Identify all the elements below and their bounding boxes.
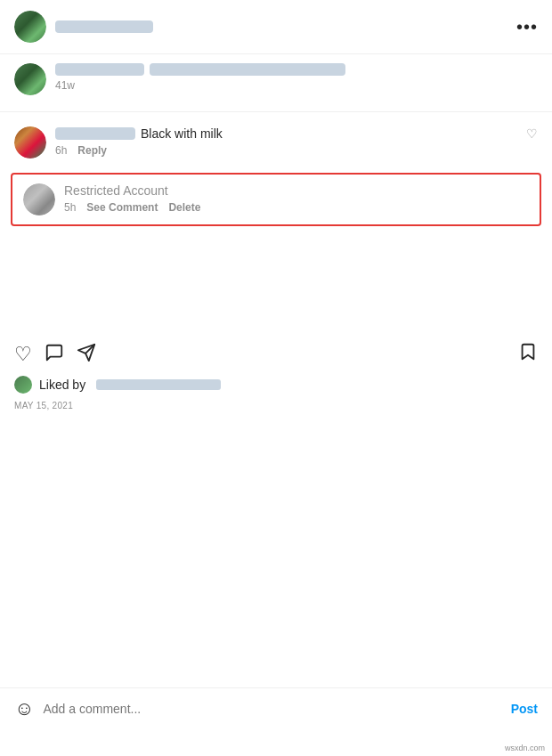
comment-content-2: Black with milk 6h Reply [55,126,526,157]
comment-meta-2: 6h Reply [55,144,526,157]
restricted-time: 5h [64,201,76,214]
comment-heart-icon-2[interactable]: ♡ [526,126,538,141]
restricted-content: Restricted Account 5h See Comment Delete [64,183,200,214]
comment-text-2: Black with milk [141,126,223,141]
comment-content-1: 41w [55,63,538,92]
see-comment-button[interactable]: See Comment [86,201,158,214]
comment-text-blurred-1 [150,63,345,76]
delete-comment-button[interactable]: Delete [168,201,200,214]
action-bar-left: ♡ [14,343,96,366]
action-bar: ♡ [0,333,552,372]
comment-username-2 [55,127,135,140]
comment-time-1: 41w [55,79,75,92]
like-icon[interactable]: ♡ [14,345,32,364]
share-icon[interactable] [77,343,96,366]
comment-row-2: Black with milk 6h Reply ♡ [0,119,552,166]
comment-avatar-1 [14,63,46,95]
add-comment-bar: ☺ Post [0,687,552,729]
comment-icon[interactable] [45,343,64,366]
more-options-button[interactable]: ••• [516,17,538,37]
restricted-comment-box: Restricted Account 5h See Comment Delete [11,173,541,226]
liked-by-row: Liked by [0,372,552,397]
bookmark-icon[interactable] [518,342,538,367]
comment-meta-1: 41w [55,79,538,92]
post-comment-button[interactable]: Post [511,702,538,716]
liked-by-text: Liked by [39,378,85,392]
comment-time-2: 6h [55,144,67,157]
post-author-avatar [14,11,46,43]
post-date: MAY 15, 2021 [0,397,552,418]
emoji-icon[interactable]: ☺ [14,697,34,720]
post-author-name [55,20,153,33]
restricted-avatar [23,183,55,215]
comment-reply-2[interactable]: Reply [77,144,107,157]
comment-avatar-2 [14,126,46,159]
liked-by-avatar [14,376,32,394]
comment-right-2: Black with milk 6h Reply ♡ [55,126,538,157]
post-header-left [14,11,153,43]
restricted-username: Restricted Account [64,183,200,198]
comment-row: 41w [0,54,552,104]
divider-1 [0,111,552,112]
liked-by-name [96,379,221,390]
add-comment-input[interactable] [43,702,501,716]
watermark: wsxdn.com [505,744,545,752]
restricted-meta: 5h See Comment Delete [64,201,200,214]
post-header: ••• [0,0,552,54]
comment-username-1 [55,63,144,76]
